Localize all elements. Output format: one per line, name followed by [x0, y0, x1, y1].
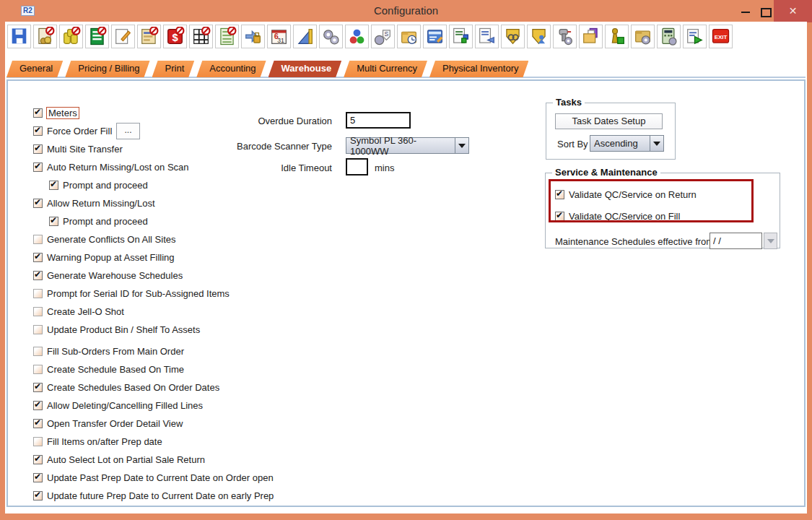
unchecked-checkbox[interactable] — [33, 347, 43, 356]
checked-checkbox[interactable] — [555, 212, 564, 221]
save-icon[interactable] — [7, 25, 31, 48]
toolbar: $631SEXIT — [7, 25, 735, 53]
checked-checkbox[interactable] — [33, 473, 43, 482]
effective-from-date-input[interactable] — [710, 233, 762, 249]
checked-checkbox[interactable] — [33, 126, 43, 136]
window-body: $631SEXIT GeneralPricing / BillingPrintA… — [5, 22, 807, 514]
checkbox-row: Create Schedules Based On Order Dates — [33, 381, 219, 394]
svg-text:EXIT: EXIT — [715, 34, 728, 40]
checked-checkbox[interactable] — [33, 108, 43, 118]
document-reply-icon[interactable] — [475, 25, 499, 48]
tab-bar: GeneralPricing / BillingPrintAccountingW… — [6, 61, 806, 78]
checked-checkbox[interactable] — [49, 217, 58, 226]
checkbox-label: Multi Site Transfer — [47, 144, 123, 155]
web-form-icon[interactable] — [423, 25, 447, 48]
tab-warehouse[interactable]: Warehouse — [269, 61, 342, 77]
checked-checkbox[interactable] — [33, 491, 43, 500]
chevron-down-icon[interactable] — [455, 138, 468, 153]
idle-timeout-input[interactable] — [346, 158, 368, 176]
checkbox-row: Prompt for Serial ID for Sub-Assigned It… — [33, 287, 230, 300]
shield-user-icon[interactable] — [527, 25, 551, 48]
document-export-icon[interactable] — [683, 25, 707, 48]
barcode-scanner-type-select[interactable]: Symbol PL 360-1000WW — [346, 137, 469, 154]
invoice-icon[interactable] — [85, 25, 109, 48]
checked-checkbox[interactable] — [33, 383, 43, 392]
color-spheres-icon[interactable] — [345, 25, 369, 48]
sort-by-select[interactable]: Ascending — [590, 135, 664, 152]
order-form-icon[interactable] — [137, 25, 161, 48]
checked-checkbox[interactable] — [33, 162, 43, 172]
price-tag-gear-icon[interactable]: S — [371, 25, 395, 48]
shield-search-icon[interactable] — [501, 25, 525, 48]
checkbox-label: Update Past Prep Date to Current Date on… — [47, 472, 274, 483]
unchecked-checkbox[interactable] — [33, 235, 43, 244]
checked-checkbox[interactable] — [33, 253, 43, 262]
checkbox-row: Force Order Fill... — [33, 125, 112, 137]
sales-order-icon[interactable] — [33, 25, 57, 48]
checkbox-row: Update Past Prep Date to Current Date on… — [33, 472, 274, 484]
unchecked-checkbox[interactable] — [33, 325, 43, 334]
checked-checkbox[interactable] — [33, 199, 43, 208]
window-title: Configuration — [0, 4, 812, 17]
checkbox-label: Force Order Fill — [47, 126, 112, 136]
checked-checkbox[interactable] — [33, 455, 43, 464]
unchecked-checkbox[interactable] — [33, 365, 43, 374]
calendar-icon[interactable]: 631 — [267, 25, 291, 48]
svg-text:31: 31 — [277, 37, 284, 44]
checkbox-row: Prompt and proceed — [49, 215, 148, 228]
unchecked-checkbox[interactable] — [33, 307, 43, 316]
checkbox-row: Create Schedule Based On Time — [33, 363, 184, 376]
checkbox-row: Auto Return Missing/Lost on Scan — [33, 161, 189, 173]
chevron-down-icon[interactable] — [650, 136, 663, 151]
folder-gear-icon[interactable] — [631, 25, 655, 48]
gears-icon[interactable] — [319, 25, 343, 48]
folder-clock-icon[interactable] — [397, 25, 421, 48]
checkbox-label: Warning Popup at Asset Filling — [47, 252, 175, 263]
titlebar: R2 Configuration ✕ — [0, 0, 812, 22]
task-dates-setup-button[interactable]: Task Dates Setup — [555, 113, 663, 129]
idle-timeout-label: Idle Timeout — [180, 162, 332, 173]
scanner-gear-icon[interactable] — [553, 25, 577, 48]
effective-from-date-picker[interactable] — [764, 233, 777, 249]
minimize-button[interactable] — [738, 0, 759, 22]
checkbox-label: Prompt and proceed — [63, 180, 148, 191]
checked-checkbox[interactable] — [33, 144, 43, 154]
barcode-scanner-type-label: Barcode Scanner Type — [180, 141, 332, 152]
checkbox-label: Open Transfer Order Detail View — [47, 418, 183, 429]
spreadsheet-icon[interactable] — [215, 25, 239, 48]
checkbox-label: Generate Warehouse Schedules — [47, 270, 183, 281]
overdue-duration-input[interactable] — [346, 112, 411, 129]
statue-cube-icon[interactable] — [605, 25, 629, 48]
payment-icon[interactable]: $ — [163, 25, 187, 48]
close-button[interactable]: ✕ — [774, 0, 812, 22]
checked-checkbox[interactable] — [555, 190, 564, 199]
checkbox-row: Multi Site Transfer — [33, 143, 123, 155]
checked-checkbox[interactable] — [33, 401, 43, 410]
checked-checkbox[interactable] — [49, 181, 58, 190]
edit-document-icon[interactable] — [111, 25, 135, 48]
tab-multi-currency[interactable]: Multi Currency — [344, 61, 427, 77]
checked-checkbox[interactable] — [33, 419, 43, 428]
force-order-fill-options-button[interactable]: ... — [116, 123, 140, 139]
unchecked-checkbox[interactable] — [33, 437, 43, 446]
checkbox-row: Update future Prep Date to Current Date … — [33, 490, 274, 502]
checkbox-label: Auto Select Lot on Partial Sale Return — [47, 454, 205, 465]
ruler-icon[interactable] — [293, 25, 317, 48]
lock-arrow-icon[interactable] — [241, 25, 265, 48]
barcode-scanner-type-value: Symbol PL 360-1000WW — [346, 135, 455, 157]
tab-general[interactable]: General — [6, 61, 63, 77]
tab-physical-inventory[interactable]: Physical Inventory — [429, 61, 529, 77]
unchecked-checkbox[interactable] — [33, 289, 43, 298]
checkbox-row: Allow Return Missing/Lost — [33, 197, 155, 209]
folder-documents-icon[interactable] — [579, 25, 603, 48]
inventory-grid-icon[interactable] — [189, 25, 213, 48]
tab-pricing-billing[interactable]: Pricing / Billing — [65, 61, 149, 77]
checkbox-label: Allow Deleting/Cancelling Filled Lines — [47, 400, 203, 411]
document-package-icon[interactable] — [449, 25, 473, 48]
cash-icon[interactable] — [59, 25, 83, 48]
tab-accounting[interactable]: Accounting — [196, 61, 266, 77]
tab-print[interactable]: Print — [152, 61, 195, 77]
calculator-gear-icon[interactable] — [657, 25, 681, 48]
exit-icon[interactable]: EXIT — [709, 25, 733, 48]
checked-checkbox[interactable] — [33, 271, 43, 280]
